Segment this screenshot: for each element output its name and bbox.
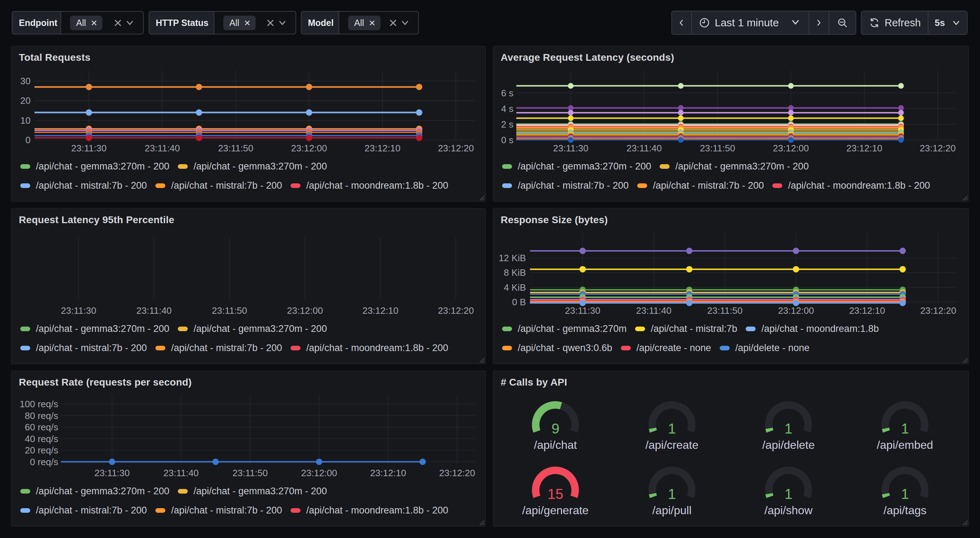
- svg-text:0 B: 0 B: [512, 297, 526, 307]
- svg-text:1: 1: [901, 421, 909, 436]
- svg-text:23:11:30: 23:11:30: [61, 305, 96, 316]
- svg-text:23:12:10: 23:12:10: [370, 468, 406, 478]
- svg-text:/api/tags: /api/tags: [884, 504, 927, 517]
- svg-text:0: 0: [25, 135, 30, 145]
- svg-text:/api/delete: /api/delete: [762, 438, 815, 451]
- svg-text:8 KiB: 8 KiB: [504, 267, 526, 278]
- svg-text:23:11:50: 23:11:50: [707, 305, 743, 316]
- svg-text:1: 1: [901, 486, 909, 502]
- svg-text:40 req/s: 40 req/s: [25, 433, 58, 444]
- svg-text:/api/generate: /api/generate: [522, 504, 589, 517]
- svg-text:23:12:10: 23:12:10: [362, 305, 398, 316]
- svg-text:1: 1: [784, 421, 792, 436]
- svg-text:23:11:50: 23:11:50: [700, 143, 735, 154]
- svg-text:12 KiB: 12 KiB: [498, 253, 526, 263]
- svg-text:23:11:40: 23:11:40: [627, 143, 662, 154]
- svg-text:9: 9: [552, 421, 559, 436]
- svg-text:23:11:40: 23:11:40: [164, 468, 199, 478]
- svg-text:6 s: 6 s: [501, 88, 514, 98]
- svg-text:2 s: 2 s: [501, 119, 514, 130]
- svg-text:/api/chat: /api/chat: [534, 438, 577, 451]
- svg-text:23:12:10: 23:12:10: [846, 143, 882, 154]
- svg-text:23:11:50: 23:11:50: [232, 468, 268, 478]
- svg-text:23:12:20: 23:12:20: [438, 143, 474, 154]
- svg-text:1: 1: [784, 486, 792, 502]
- svg-text:23:11:40: 23:11:40: [636, 305, 671, 316]
- svg-text:23:12:00: 23:12:00: [301, 468, 337, 478]
- svg-text:23:12:00: 23:12:00: [287, 305, 323, 316]
- svg-text:23:11:40: 23:11:40: [137, 305, 172, 316]
- svg-text:23:11:50: 23:11:50: [218, 143, 253, 154]
- svg-text:4 KiB: 4 KiB: [504, 282, 526, 293]
- svg-text:1: 1: [668, 421, 676, 436]
- svg-text:23:11:30: 23:11:30: [94, 468, 129, 478]
- svg-text:23:11:40: 23:11:40: [145, 143, 180, 154]
- svg-text:0 s: 0 s: [501, 135, 514, 145]
- svg-text:30: 30: [20, 76, 30, 86]
- svg-text:23:12:20: 23:12:20: [438, 305, 474, 316]
- svg-text:23:12:20: 23:12:20: [439, 468, 475, 478]
- svg-text:/api/show: /api/show: [765, 504, 813, 517]
- svg-text:23:12:00: 23:12:00: [778, 305, 814, 316]
- svg-text:23:11:50: 23:11:50: [212, 305, 247, 316]
- svg-text:100 req/s: 100 req/s: [19, 399, 58, 409]
- svg-text:0 req/s: 0 req/s: [30, 457, 58, 467]
- svg-text:23:12:10: 23:12:10: [849, 305, 885, 316]
- svg-text:23:11:30: 23:11:30: [553, 143, 588, 154]
- svg-text:20 req/s: 20 req/s: [25, 445, 58, 455]
- svg-text:60 req/s: 60 req/s: [25, 422, 58, 432]
- svg-text:23:12:20: 23:12:20: [920, 143, 956, 154]
- svg-text:80 req/s: 80 req/s: [25, 410, 58, 421]
- svg-text:23:11:30: 23:11:30: [71, 143, 106, 154]
- svg-text:23:12:00: 23:12:00: [291, 143, 327, 154]
- svg-text:10: 10: [20, 115, 30, 126]
- svg-text:15: 15: [547, 486, 563, 502]
- svg-text:1: 1: [668, 486, 676, 502]
- svg-text:/api/create: /api/create: [645, 438, 698, 451]
- svg-text:4 s: 4 s: [501, 103, 514, 114]
- svg-text:23:11:30: 23:11:30: [565, 305, 600, 316]
- svg-text:/api/pull: /api/pull: [652, 504, 691, 517]
- svg-text:/api/embed: /api/embed: [877, 438, 933, 451]
- svg-text:23:12:00: 23:12:00: [773, 143, 809, 154]
- svg-text:23:12:20: 23:12:20: [920, 305, 956, 316]
- svg-text:23:12:10: 23:12:10: [364, 143, 400, 154]
- svg-text:20: 20: [20, 95, 30, 106]
